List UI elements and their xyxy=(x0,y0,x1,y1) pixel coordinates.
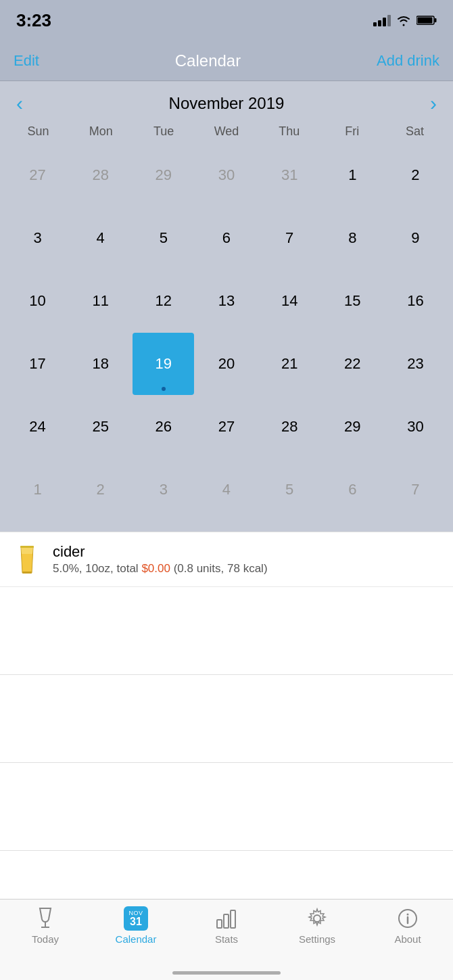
event-dot xyxy=(162,387,166,391)
prev-month-button[interactable]: ‹ xyxy=(16,93,23,114)
calendar-day[interactable]: 16 xyxy=(385,270,446,331)
svg-rect-4 xyxy=(20,546,34,548)
drink-detail: 5.0%, 10oz, total $0.00 (0.8 units, 78 k… xyxy=(53,562,268,576)
calendar-day[interactable]: 17 xyxy=(7,333,68,394)
calendar-day[interactable]: 6 xyxy=(195,207,257,269)
page-title: Calendar xyxy=(175,51,241,70)
calendar-day[interactable]: 30 xyxy=(195,144,257,206)
calendar-week-4: 24252627282930 xyxy=(7,396,446,458)
calendar-day[interactable]: 4 xyxy=(195,459,257,521)
calendar-day[interactable]: 12 xyxy=(133,270,194,331)
svg-rect-7 xyxy=(217,920,222,928)
tab-stats[interactable]: Stats xyxy=(181,906,272,945)
goblet-icon xyxy=(33,906,57,931)
calendar-day[interactable]: 10 xyxy=(7,270,68,331)
calendar-day[interactable]: 2 xyxy=(385,144,446,206)
drink-info: cider 5.0%, 10oz, total $0.00 (0.8 units… xyxy=(53,543,268,576)
calendar-day[interactable]: 5 xyxy=(259,459,320,521)
calendar-day[interactable]: 27 xyxy=(195,396,257,458)
tab-about-label: About xyxy=(394,933,421,945)
calendar-day[interactable]: 22 xyxy=(322,333,383,394)
calendar-day[interactable]: 14 xyxy=(259,270,320,331)
svg-rect-8 xyxy=(224,914,229,928)
calendar-day[interactable]: 30 xyxy=(385,396,446,458)
drink-item[interactable]: cider 5.0%, 10oz, total $0.00 (0.8 units… xyxy=(0,532,453,587)
drink-rest: (0.8 units, 78 kcal) xyxy=(170,562,268,575)
calendar-day[interactable]: 15 xyxy=(322,270,383,331)
calendar-day[interactable]: 18 xyxy=(70,333,131,394)
calendar-grid: Sun Mon Tue Wed Thu Fri Sat 272829303112… xyxy=(7,122,446,521)
calendar-day[interactable]: 20 xyxy=(195,333,257,394)
tab-stats-label: Stats xyxy=(215,933,238,945)
calendar-day[interactable]: 24 xyxy=(7,396,68,458)
wifi-icon xyxy=(396,14,411,26)
calendar-day[interactable]: 26 xyxy=(133,396,194,458)
calendar-badge-number: 31 xyxy=(130,916,142,927)
tab-settings[interactable]: Settings xyxy=(272,906,362,945)
day-header-wed: Wed xyxy=(195,122,258,141)
tab-calendar-label: Calendar xyxy=(116,933,157,945)
svg-point-13 xyxy=(407,914,409,916)
calendar-day[interactable]: 6 xyxy=(322,459,383,521)
calendar-week-2: 10111213141516 xyxy=(7,270,446,331)
calendar-day[interactable]: 1 xyxy=(7,459,68,521)
calendar-day[interactable]: 8 xyxy=(322,207,383,269)
calendar-day[interactable]: 13 xyxy=(195,270,257,331)
empty-section-1 xyxy=(0,587,453,675)
calendar-day[interactable]: 25 xyxy=(70,396,131,458)
info-icon xyxy=(396,906,420,931)
day-header-sat: Sat xyxy=(383,122,446,141)
calendar-day[interactable]: 28 xyxy=(70,144,131,206)
calendar-day[interactable]: 29 xyxy=(322,396,383,458)
calendar-day[interactable]: 28 xyxy=(259,396,320,458)
calendar-day[interactable]: 9 xyxy=(385,207,446,269)
status-icons xyxy=(373,14,437,26)
svg-rect-2 xyxy=(418,18,433,24)
day-header-fri: Fri xyxy=(320,122,383,141)
calendar-week-1: 3456789 xyxy=(7,207,446,269)
tab-bar: Today NOV 31 Calendar Stats xyxy=(0,899,453,980)
svg-rect-3 xyxy=(22,571,32,574)
calendar-day[interactable]: 4 xyxy=(70,207,131,269)
calendar-day[interactable]: 3 xyxy=(133,459,194,521)
calendar-day[interactable]: 21 xyxy=(259,333,320,394)
calendar-day[interactable]: 27 xyxy=(7,144,68,206)
calendar-day[interactable]: 5 xyxy=(133,207,194,269)
tab-about[interactable]: About xyxy=(362,906,453,945)
calendar-day[interactable]: 7 xyxy=(385,459,446,521)
battery-icon xyxy=(416,15,437,26)
calendar-day[interactable]: 7 xyxy=(259,207,320,269)
calendar-day[interactable]: 2 xyxy=(70,459,131,521)
drink-name: cider xyxy=(53,543,268,561)
calendar-day[interactable]: 29 xyxy=(133,144,194,206)
calendar-day[interactable]: 1 xyxy=(322,144,383,206)
calendar-day[interactable]: 11 xyxy=(70,270,131,331)
calendar-week-0: 272829303112 xyxy=(7,144,446,206)
calendar-week-5: 1234567 xyxy=(7,459,446,521)
calendar-day[interactable]: 3 xyxy=(7,207,68,269)
home-indicator xyxy=(172,971,281,975)
add-drink-button[interactable]: Add drink xyxy=(377,52,439,70)
status-bar: 3:23 xyxy=(0,0,453,41)
day-headers: Sun Mon Tue Wed Thu Fri Sat xyxy=(7,122,446,141)
day-header-sun: Sun xyxy=(7,122,70,141)
svg-rect-9 xyxy=(231,910,235,928)
next-month-button[interactable]: › xyxy=(430,93,437,114)
svg-point-10 xyxy=(314,915,320,922)
drink-price: $0.00 xyxy=(141,562,170,575)
calendar-header: ‹ November 2019 › xyxy=(7,88,446,122)
tab-today[interactable]: Today xyxy=(0,906,91,945)
day-header-mon: Mon xyxy=(70,122,133,141)
signal-icon xyxy=(373,14,391,26)
calendar-day[interactable]: 23 xyxy=(385,333,446,394)
calendar-month-title: November 2019 xyxy=(169,94,285,113)
calendar-area: ‹ November 2019 › Sun Mon Tue Wed Thu Fr… xyxy=(0,81,453,532)
empty-section-2 xyxy=(0,675,453,763)
calendar-day[interactable]: 19 xyxy=(133,333,194,394)
tab-today-label: Today xyxy=(32,933,59,945)
edit-button[interactable]: Edit xyxy=(14,52,39,70)
drink-icon xyxy=(12,542,42,577)
calendar-day[interactable]: 31 xyxy=(259,144,320,206)
tab-calendar[interactable]: NOV 31 Calendar xyxy=(91,906,181,945)
empty-section-3 xyxy=(0,763,453,851)
